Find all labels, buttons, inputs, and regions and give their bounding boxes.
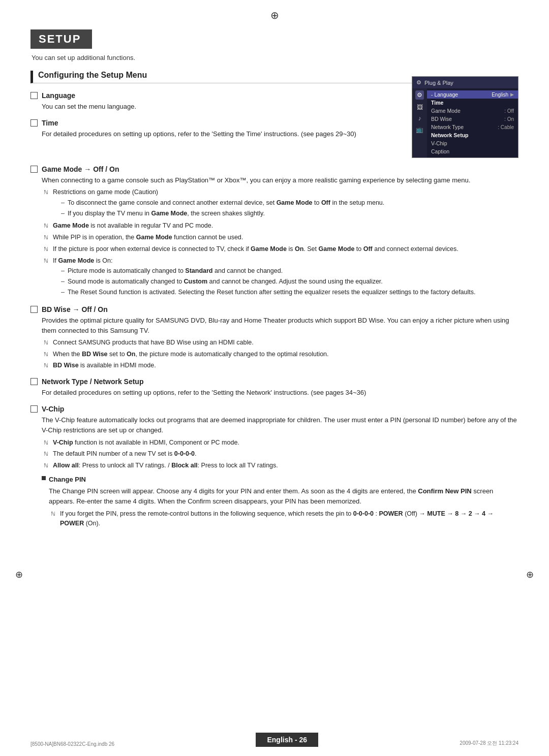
network-section: Network Type / Network Setup For detaile… [30, 377, 518, 398]
vchip-note-icon-2: ℕ [42, 450, 50, 458]
gamemode-heading: Game Mode → Off / On [42, 165, 119, 173]
setup-title: SETUP [39, 33, 81, 45]
gamemode-dash-list-2: – Picture mode is automatically changed … [61, 266, 518, 297]
menu-item-language: - Language English ▶ [427, 90, 518, 99]
setup-title-box: SETUP [30, 29, 92, 49]
bdwise-note-icon-1: ℕ [42, 338, 50, 347]
changepin-square-icon [42, 476, 46, 480]
menu-item-vchip: V-Chip [427, 139, 518, 147]
bottom-compass-row: ⊕ ⊕ [0, 569, 549, 580]
time-heading: Time [42, 119, 58, 127]
gamemode-heading-row: Game Mode → Off / On [30, 165, 518, 173]
gamemode-dash-1: – To disconnect the game console and con… [61, 198, 518, 208]
gamemode-section: Game Mode → Off / On When connecting to … [30, 165, 518, 298]
menu-item-caption: Caption [427, 147, 518, 155]
page: ⊕ SETUP You can set up additional functi… [0, 0, 549, 756]
network-body: For detailed procedures on setting up op… [42, 388, 518, 398]
gamemode-body: When connecting to a game console such a… [42, 175, 518, 298]
changepin-note: ℕ If you forget the PIN, press the remot… [49, 509, 518, 528]
language-heading: Language [42, 91, 75, 100]
gamemode-dash-2: – If you display the TV menu in Game Mod… [61, 209, 518, 218]
vchip-note1: ℕ V-Chip function is not available in HD… [42, 438, 518, 448]
bottom-compass-right-icon: ⊕ [526, 569, 534, 580]
vchip-note-icon-3: ℕ [42, 461, 50, 470]
menu-icon-picture: 🖼 [417, 104, 423, 111]
bdwise-heading: BD Wise → Off / On [42, 305, 108, 313]
vchip-note-icon-1: ℕ [42, 438, 50, 447]
vchip-section: V-Chip The V-Chip feature automatically … [30, 405, 518, 528]
bdwise-note3: ℕ BD Wise is available in HDMI mode. [42, 361, 518, 370]
gamemode-dash-list-1: – To disconnect the game console and con… [61, 198, 518, 218]
note-icon-5: ℕ [42, 257, 50, 265]
vchip-heading: V-Chip [42, 405, 64, 413]
footer-center: English - 26 [256, 733, 318, 747]
changepin-heading-row: Change PIN [42, 475, 518, 485]
gamemode-dash-3: – Picture mode is automatically changed … [61, 266, 518, 276]
gamemode-dash-4: – Sound mode is automatically changed to… [61, 277, 518, 287]
note-icon-1: ℕ [42, 188, 50, 197]
bdwise-body: Provides the optimal picture quality for… [42, 316, 518, 371]
vchip-heading-row: V-Chip [30, 405, 518, 413]
changepin-heading: Change PIN [49, 475, 86, 485]
note-icon-2: ℕ [42, 222, 50, 230]
time-checkbox-icon [30, 119, 38, 127]
menu-icon-sound: ♪ [418, 115, 421, 122]
bdwise-note2: ℕ When the BD Wise set to On, the pictur… [42, 350, 518, 359]
menu-icon-setup: ⚙ [415, 90, 424, 100]
menu-item-networksetup: Network Setup [427, 131, 518, 139]
note-icon-3: ℕ [42, 233, 50, 242]
language-checkbox-icon [30, 92, 38, 99]
page-footer: [8500-NA]BN68-02322C-Eng.indb 26 English… [0, 728, 549, 756]
menu-sidebar: ⚙ 🖼 ♪ 📺 - Language English ▶ Time Game M… [412, 88, 518, 158]
gamemode-note4: ℕ If the picture is poor when external d… [42, 244, 518, 254]
gamemode-note1: ℕ Restrictions on game mode (Caution) – … [42, 187, 518, 219]
gamemode-note5: ℕ If Game Mode is On: – Picture mode is … [42, 256, 518, 298]
gamemode-note2: ℕ Game Mode is not available in regular … [42, 221, 518, 231]
menu-screenshot: ⚙ Plug & Play ⚙ 🖼 ♪ 📺 - Language English… [412, 76, 518, 158]
vchip-note2: ℕ The default PIN number of a new TV set… [42, 449, 518, 459]
bdwise-note1: ℕ Connect SAMSUNG products that have BD … [42, 338, 518, 348]
bdwise-note-icon-3: ℕ [42, 361, 50, 370]
menu-item-networktype: Network Type : Cable [427, 123, 518, 131]
changepin-body: The Change PIN screen will appear. Choos… [49, 486, 518, 528]
footer-left-text: [8500-NA]BN68-02322C-Eng.indb 26 [30, 741, 114, 747]
bottom-compass-left-icon: ⊕ [15, 569, 23, 580]
bdwise-section: BD Wise → Off / On Provides the optimal … [30, 305, 518, 371]
menu-item-time: Time [427, 99, 518, 107]
menu-header: ⚙ Plug & Play [412, 77, 518, 88]
vchip-checkbox-icon [30, 405, 38, 413]
menu-header-text: Plug & Play [424, 80, 453, 86]
bdwise-checkbox-icon [30, 306, 38, 313]
gamemode-note3: ℕ While PIP is in operation, the Game Mo… [42, 233, 518, 242]
gamemode-dash-5: – The Reset Sound function is activated.… [61, 288, 518, 297]
time-heading-row: Time [30, 119, 403, 127]
main-content: SETUP You can set up additional function… [0, 24, 549, 566]
bdwise-note-icon-2: ℕ [42, 350, 50, 359]
note-icon-4: ℕ [42, 245, 50, 254]
vchip-body: The V-Chip feature automatically locks o… [42, 415, 518, 528]
menu-left-icons: ⚙ 🖼 ♪ 📺 [412, 88, 427, 158]
language-heading-row: Language [30, 91, 403, 100]
network-heading-row: Network Type / Network Setup [30, 377, 518, 386]
intro-text: You can set up additional functions. [32, 54, 518, 61]
network-checkbox-icon [30, 378, 38, 385]
bdwise-heading-row: BD Wise → Off / On [30, 305, 518, 313]
gamemode-checkbox-icon [30, 166, 38, 173]
top-compass-icon: ⊕ [0, 0, 549, 24]
menu-items-list: - Language English ▶ Time Game Mode : Of… [427, 88, 518, 158]
changepin-note-icon: ℕ [49, 510, 57, 518]
menu-icon-channel: 📺 [416, 126, 423, 133]
menu-item-bdwise: BD Wise : On [427, 115, 518, 123]
network-heading: Network Type / Network Setup [42, 377, 143, 386]
menu-header-icon: ⚙ [416, 79, 421, 86]
footer-right-text: 2009-07-28 오전 11:23:24 [460, 740, 518, 747]
footer-page-label: English - 26 [256, 733, 318, 747]
vchip-note3: ℕ Allow all: Press to unlock all TV rati… [42, 461, 518, 470]
menu-item-gamemode: Game Mode : Off [427, 107, 518, 115]
